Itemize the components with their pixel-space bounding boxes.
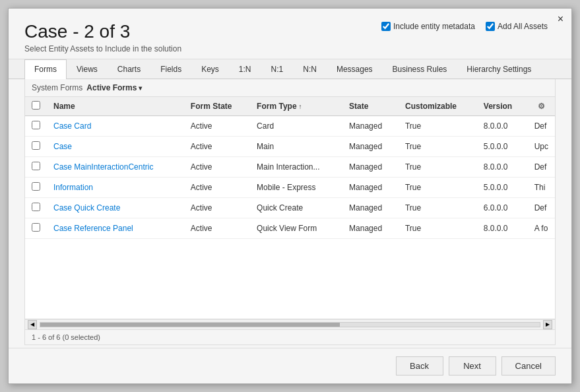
state-cell: Managed (342, 197, 399, 218)
add-all-assets-text: Add All Assets (498, 22, 548, 31)
form-type-cell: Quick Create (250, 197, 342, 218)
version-cell: 6.0.0.0 (477, 197, 528, 218)
row-checkbox[interactable] (32, 223, 40, 232)
footer: Back Next Cancel (9, 348, 571, 383)
tab-n1[interactable]: N:1 (261, 59, 294, 79)
cancel-button[interactable]: Cancel (501, 356, 556, 376)
state-cell: Managed (342, 115, 399, 136)
form-name-link[interactable]: Case Reference Panel (53, 224, 133, 233)
dialog-options: Include entity metadata Add All Assets (381, 22, 548, 31)
table-row: Case Quick CreateActiveQuick CreateManag… (25, 197, 555, 218)
col-header-version: Version (477, 97, 528, 116)
form-state-cell: Active (184, 177, 250, 197)
main-dialog: × Case - 2 of 3 Select Entity Assets to … (8, 8, 572, 384)
row-checkbox[interactable] (32, 121, 40, 129)
table-row: Case MainInteractionCentricActiveMain In… (25, 156, 555, 177)
form-name-link[interactable]: Case Quick Create (53, 203, 120, 212)
table-container: NameForm StateForm Type↑StateCustomizabl… (25, 97, 555, 319)
add-all-assets-checkbox[interactable] (486, 22, 495, 31)
row-checkbox[interactable] (32, 162, 40, 170)
customizable-cell: True (399, 156, 477, 177)
content-area: System Forms Active Forms NameForm State… (24, 79, 556, 330)
table-row: Case Reference PanelActiveQuick View For… (25, 218, 555, 238)
form-type-cell: Card (250, 115, 342, 136)
select-all-checkbox[interactable] (32, 101, 40, 110)
add-all-assets-label[interactable]: Add All Assets (486, 22, 548, 31)
include-entity-metadata-text: Include entity metadata (393, 22, 475, 31)
tab-charts[interactable]: Charts (108, 59, 150, 79)
form-state-cell: Active (184, 218, 250, 238)
table-row: Case CardActiveCardManagedTrue8.0.0.0Def (25, 115, 555, 136)
form-name-link[interactable]: Case (53, 142, 72, 151)
horizontal-scrollbar[interactable]: ◀ ▶ (25, 319, 555, 329)
tabs-bar: FormsViewsChartsFieldsKeys1:NN:1N:NMessa… (9, 59, 571, 79)
dialog-subtitle: Select Entity Assets to Include in the s… (24, 44, 556, 53)
extra-cell: A fo (528, 218, 555, 238)
col-header-form_type[interactable]: Form Type↑ (250, 97, 342, 116)
col-header-state: State (342, 97, 399, 116)
customizable-cell: True (399, 218, 477, 238)
system-forms-bar: System Forms Active Forms (25, 79, 555, 97)
col-header-customizable: Customizable (399, 97, 477, 116)
extra-cell: Thi (528, 177, 555, 197)
state-cell: Managed (342, 218, 399, 238)
customizable-cell: True (399, 136, 477, 156)
extra-cell: Def (528, 115, 555, 136)
version-cell: 8.0.0.0 (477, 218, 528, 238)
tab-views[interactable]: Views (67, 59, 108, 79)
form-state-cell: Active (184, 156, 250, 177)
include-entity-metadata-checkbox[interactable] (381, 22, 391, 31)
sort-indicator-form_type: ↑ (299, 103, 302, 110)
form-type-cell: Main Interaction... (250, 156, 342, 177)
form-state-cell: Active (184, 197, 250, 218)
extra-cell: Def (528, 197, 555, 218)
gear-col-header: ⚙ (528, 97, 555, 116)
system-forms-label: System Forms (32, 83, 82, 92)
next-button[interactable]: Next (449, 356, 496, 376)
tab-1n[interactable]: 1:N (229, 59, 261, 79)
tab-forms[interactable]: Forms (24, 59, 67, 79)
row-checkbox[interactable] (32, 141, 40, 150)
scroll-thumb[interactable] (40, 323, 340, 327)
state-cell: Managed (342, 177, 399, 197)
tab-hierarchy_settings[interactable]: Hierarchy Settings (457, 59, 541, 79)
customizable-cell: True (399, 197, 477, 218)
form-state-cell: Active (184, 115, 250, 136)
extra-cell: Upc (528, 136, 555, 156)
tab-messages[interactable]: Messages (327, 59, 383, 79)
include-entity-metadata-label[interactable]: Include entity metadata (381, 22, 475, 31)
table-row: CaseActiveMainManagedTrue5.0.0.0Upc (25, 136, 555, 156)
tab-fields[interactable]: Fields (150, 59, 191, 79)
state-cell: Managed (342, 136, 399, 156)
tab-nn[interactable]: N:N (293, 59, 327, 79)
state-cell: Managed (342, 156, 399, 177)
forms-table: NameForm StateForm Type↑StateCustomizabl… (25, 97, 555, 239)
table-row: InformationActiveMobile - ExpressManaged… (25, 177, 555, 197)
form-type-cell: Mobile - Express (250, 177, 342, 197)
dialog-header: Case - 2 of 3 Select Entity Assets to In… (9, 9, 571, 59)
scroll-track[interactable] (40, 322, 540, 327)
close-button[interactable]: × (558, 14, 564, 24)
scroll-left-arrow[interactable]: ◀ (28, 320, 37, 329)
form-name-link[interactable]: Case Card (53, 121, 91, 131)
tab-keys[interactable]: Keys (191, 59, 229, 79)
active-forms-dropdown[interactable]: Active Forms (86, 83, 142, 92)
status-bar: 1 - 6 of 6 (0 selected) (24, 330, 556, 345)
form-type-cell: Main (250, 136, 342, 156)
scroll-right-arrow[interactable]: ▶ (543, 320, 552, 329)
form-state-cell: Active (184, 136, 250, 156)
row-checkbox[interactable] (32, 203, 40, 211)
form-name-link[interactable]: Case MainInteractionCentric (53, 162, 153, 172)
version-cell: 5.0.0.0 (477, 177, 528, 197)
row-checkbox[interactable] (32, 182, 40, 191)
col-header-name: Name (47, 97, 184, 116)
extra-cell: Def (528, 156, 555, 177)
form-name-link[interactable]: Information (53, 183, 93, 192)
customizable-cell: True (399, 115, 477, 136)
form-type-cell: Quick View Form (250, 218, 342, 238)
version-cell: 8.0.0.0 (477, 115, 528, 136)
version-cell: 8.0.0.0 (477, 156, 528, 177)
tab-business_rules[interactable]: Business Rules (383, 59, 457, 79)
customizable-cell: True (399, 177, 477, 197)
back-button[interactable]: Back (396, 356, 443, 376)
